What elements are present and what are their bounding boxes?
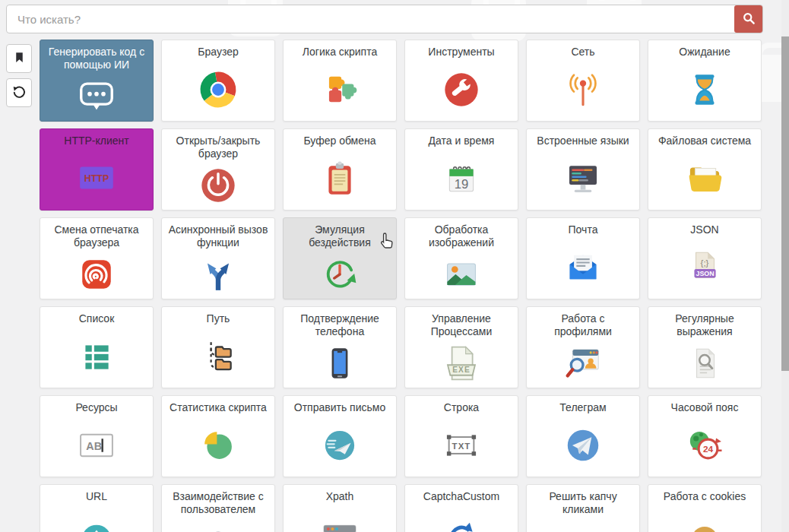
tile-ai-chat[interactable]: Генерировать код с помощью ИИ — [40, 40, 154, 122]
tile-fingerprint[interactable]: Смена отпечатка браузера — [40, 217, 154, 299]
svg-text:AB: AB — [86, 440, 102, 452]
tile-clipboard[interactable]: Буфер обмена — [283, 128, 397, 211]
ai-chat-icon — [40, 71, 153, 121]
url-icon — [40, 503, 153, 532]
tile-label: Буфер обмена — [297, 135, 382, 147]
mail-icon — [527, 236, 639, 299]
calendar-icon: 19 — [405, 147, 518, 210]
regex-icon — [648, 338, 761, 388]
tile-label: Браузер — [192, 46, 244, 59]
tile-label: Логика скрипта — [296, 46, 383, 59]
tile-label: Решить капчу кликами — [527, 490, 639, 516]
tile-hourglass[interactable]: Ожидание — [648, 40, 762, 122]
tile-send-mail[interactable]: Отправить письмо — [283, 395, 397, 477]
http-icon: HTTP — [40, 147, 153, 210]
tile-xpath[interactable]: Xpath — [283, 484, 397, 532]
puzzle-icon — [284, 59, 396, 121]
tile-phone[interactable]: Подтверждение телефона — [283, 306, 397, 388]
tile-label: Управление Процессами — [405, 312, 518, 338]
svg-text:JSON: JSON — [696, 270, 714, 277]
bookmarks-button[interactable] — [6, 44, 32, 73]
tile-txt[interactable]: СтрокаTXT — [404, 395, 518, 477]
search-bar — [6, 5, 763, 33]
folder-icon — [648, 147, 761, 210]
svg-text:{;}: {;} — [701, 258, 709, 268]
tile-label: Встроенные языки — [531, 135, 635, 147]
tile-label: Смена отпечатка браузера — [40, 223, 153, 249]
tile-user-interaction[interactable]: Взаимодействие с пользователем — [161, 484, 275, 532]
tile-cookies[interactable]: Работа с cookies — [648, 484, 762, 532]
tile-label: Телеграм — [553, 401, 612, 414]
cookies-icon — [648, 503, 761, 532]
network-icon — [527, 59, 639, 121]
tile-telegram[interactable]: Телеграм — [526, 395, 640, 477]
tile-json[interactable]: JSON{;}JSON — [648, 217, 762, 299]
tile-mail[interactable]: Почта — [526, 217, 640, 299]
tile-folder[interactable]: Файловая система — [648, 128, 762, 211]
tile-wrench[interactable]: Инструменты — [404, 40, 518, 122]
xpath-icon — [284, 503, 396, 532]
tile-profiles[interactable]: Работа с профилями — [526, 306, 640, 388]
tiles-grid: Генерировать код с помощью ИИБраузерЛоги… — [40, 40, 762, 532]
svg-text:19: 19 — [455, 177, 469, 192]
tile-label: Статистика скрипта — [163, 401, 273, 414]
image-icon — [405, 249, 518, 299]
tile-path[interactable]: Путь — [161, 306, 275, 388]
json-icon: {;}JSON — [648, 236, 761, 299]
tile-idle-clock[interactable]: Эмуляция бездействия — [283, 217, 397, 299]
tile-calendar[interactable]: Дата и время19 — [404, 128, 518, 211]
tile-label: Регулярные выражения — [648, 312, 761, 338]
monitor-icon — [527, 147, 639, 210]
chrome-icon — [162, 59, 274, 121]
history-button[interactable] — [6, 78, 32, 107]
tile-label: Генерировать код с помощью ИИ — [40, 46, 153, 71]
idle-clock-icon — [284, 249, 396, 299]
tile-network[interactable]: Сеть — [526, 40, 640, 122]
path-icon — [162, 325, 274, 388]
search-input[interactable] — [6, 5, 763, 33]
tile-label: Xpath — [320, 490, 360, 503]
tile-label: Дата и время — [423, 135, 501, 147]
tile-label: URL — [80, 490, 113, 503]
user-interaction-icon — [162, 516, 274, 532]
tile-http[interactable]: HTTP-клиентHTTP — [40, 128, 154, 211]
tile-label: Сеть — [565, 46, 600, 59]
tile-timezone[interactable]: Часовой пояс24 — [648, 395, 762, 477]
tile-pie[interactable]: Статистика скрипта — [161, 395, 275, 477]
power-icon — [162, 160, 274, 210]
send-mail-icon — [284, 414, 396, 477]
search-button[interactable] — [734, 5, 762, 33]
tile-power[interactable]: Открыть/закрыть браузер — [161, 128, 275, 211]
tile-exe[interactable]: Управление ПроцессамиEXE — [404, 306, 518, 388]
tile-puzzle[interactable]: Логика скрипта — [283, 40, 397, 122]
wrench-icon — [405, 59, 518, 121]
tile-label: Строка — [438, 401, 485, 414]
tile-label: Открыть/закрыть браузер — [162, 135, 274, 160]
tile-resources[interactable]: РесурсыAB — [40, 395, 154, 477]
tile-list[interactable]: Список — [40, 306, 154, 388]
tile-label: Ожидание — [673, 46, 736, 59]
tile-monitor[interactable]: Встроенные языки — [526, 128, 640, 211]
tile-chrome[interactable]: Браузер — [161, 40, 275, 122]
svg-text:EXE: EXE — [452, 366, 471, 374]
tile-label: Асинхронный вызов функции — [162, 223, 274, 249]
tile-label: Почта — [562, 223, 604, 236]
tile-image[interactable]: Обработка изображений — [404, 217, 518, 299]
tile-url[interactable]: URL — [40, 484, 154, 532]
scrollbar-thumb[interactable] — [781, 36, 789, 371]
tile-async[interactable]: Асинхронный вызов функции — [161, 217, 275, 299]
bookmark-icon — [13, 51, 26, 66]
pie-icon — [162, 414, 274, 477]
history-icon — [11, 84, 27, 102]
tile-label: Часовой пояс — [665, 401, 745, 414]
tile-regex[interactable]: Регулярные выражения — [648, 306, 762, 388]
svg-text:TXT: TXT — [452, 442, 471, 451]
tile-captcha-click[interactable]: Решить капчу кликами — [526, 484, 640, 532]
list-icon — [40, 325, 153, 388]
tile-label: Ресурсы — [69, 401, 123, 414]
clipboard-icon — [284, 147, 396, 210]
tile-captcha-custom[interactable]: CaptchaCustom — [404, 484, 518, 532]
async-icon — [162, 249, 274, 299]
resources-icon: AB — [40, 414, 153, 477]
scrollbar[interactable] — [781, 0, 789, 532]
